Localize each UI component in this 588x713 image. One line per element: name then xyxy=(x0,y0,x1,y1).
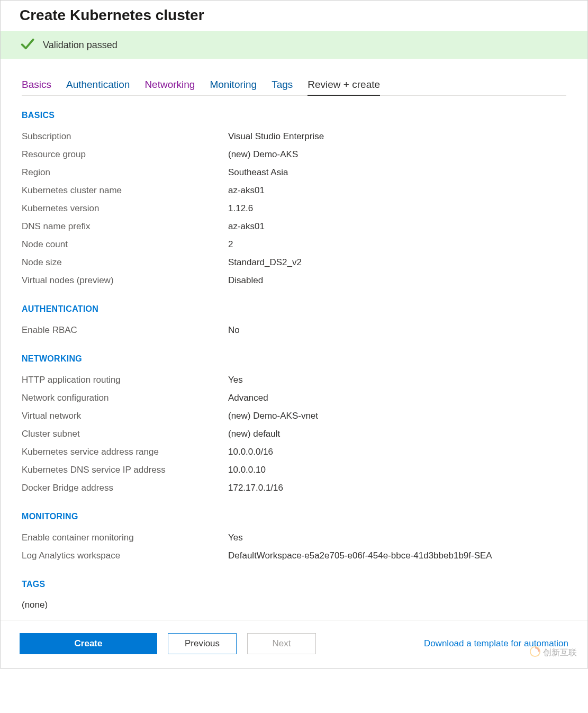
tab-monitoring[interactable]: Monitoring xyxy=(210,79,257,95)
next-button: Next xyxy=(247,633,316,654)
footer-bar: Create Previous Next Download a template… xyxy=(1,620,587,668)
kv-value: 10.0.0.0/16 xyxy=(228,447,273,457)
kv-row: Virtual nodes (preview)Disabled xyxy=(22,272,566,290)
kv-row: Log Analytics workspaceDefaultWorkspace-… xyxy=(22,547,566,565)
kv-label: Kubernetes DNS service IP address xyxy=(22,465,228,475)
section-heading-monitoring: MONITORING xyxy=(22,512,566,521)
validation-banner: Validation passed xyxy=(1,31,587,59)
kv-value: Advanced xyxy=(228,393,268,403)
kv-row: Node count2 xyxy=(22,236,566,254)
tab-review-create[interactable]: Review + create xyxy=(307,79,380,96)
kv-row: Resource group(new) Demo-AKS xyxy=(22,146,566,164)
kv-label: Virtual network xyxy=(22,411,228,421)
kv-label: Cluster subnet xyxy=(22,429,228,439)
kv-row: Kubernetes cluster nameaz-aks01 xyxy=(22,182,566,200)
kv-label: Enable container monitoring xyxy=(22,533,228,543)
section-heading-networking: NETWORKING xyxy=(22,354,566,364)
kv-label: Resource group xyxy=(22,149,228,160)
kv-label: HTTP application routing xyxy=(22,375,228,385)
page-title: Create Kubernetes cluster xyxy=(1,1,587,31)
tab-authentication[interactable]: Authentication xyxy=(66,79,130,95)
kv-row: Cluster subnet(new) default xyxy=(22,425,566,443)
kv-label: Kubernetes cluster name xyxy=(22,185,228,196)
kv-row: Kubernetes version1.12.6 xyxy=(22,200,566,218)
kv-row: Kubernetes DNS service IP address10.0.0.… xyxy=(22,461,566,479)
kv-value: (new) Demo-AKS xyxy=(228,149,298,160)
section-heading-tags: TAGS xyxy=(22,580,566,589)
kv-row: Network configurationAdvanced xyxy=(22,389,566,407)
kv-value: 10.0.0.10 xyxy=(228,465,266,475)
kv-value: Visual Studio Enterprise xyxy=(228,131,324,142)
kv-value: Yes xyxy=(228,533,243,543)
kv-value: 172.17.0.1/16 xyxy=(228,483,283,493)
kv-value: Disabled xyxy=(228,275,263,286)
kv-value: DefaultWorkspace-e5a2e705-e06f-454e-bbce… xyxy=(228,550,492,561)
kv-label: Node count xyxy=(22,239,228,250)
kv-row: SubscriptionVisual Studio Enterprise xyxy=(22,128,566,146)
download-template-link[interactable]: Download a template for automation xyxy=(424,638,568,649)
kv-label: Kubernetes service address range xyxy=(22,447,228,457)
kv-value: az-aks01 xyxy=(228,185,265,196)
kv-label: Region xyxy=(22,167,228,178)
kv-label: Virtual nodes (preview) xyxy=(22,275,228,286)
kv-value: Southeast Asia xyxy=(228,167,288,178)
create-button[interactable]: Create xyxy=(20,633,157,654)
kv-value: (new) default xyxy=(228,429,280,439)
tab-strip: Basics Authentication Networking Monitor… xyxy=(22,79,566,96)
kv-row: Kubernetes service address range10.0.0.0… xyxy=(22,443,566,461)
kv-row: Virtual network(new) Demo-AKS-vnet xyxy=(22,407,566,425)
kv-row: RegionSoutheast Asia xyxy=(22,164,566,182)
kv-row: HTTP application routingYes xyxy=(22,371,566,389)
kv-label: Log Analytics workspace xyxy=(22,550,228,561)
section-heading-basics: BASICS xyxy=(22,111,566,120)
previous-button[interactable]: Previous xyxy=(168,633,237,654)
kv-value: az-aks01 xyxy=(228,221,265,232)
kv-label: Network configuration xyxy=(22,393,228,403)
kv-row: DNS name prefixaz-aks01 xyxy=(22,218,566,236)
kv-value: (new) Demo-AKS-vnet xyxy=(228,411,318,421)
tab-networking[interactable]: Networking xyxy=(144,79,195,95)
kv-row: Node sizeStandard_DS2_v2 xyxy=(22,254,566,272)
tags-none: (none) xyxy=(22,597,566,610)
kv-value: 1.12.6 xyxy=(228,203,253,214)
kv-label: Enable RBAC xyxy=(22,325,228,336)
kv-value: No xyxy=(228,325,240,336)
kv-label: DNS name prefix xyxy=(22,221,228,232)
kv-row: Enable RBACNo xyxy=(22,321,566,339)
tab-basics[interactable]: Basics xyxy=(22,79,51,95)
kv-value: 2 xyxy=(228,239,233,250)
kv-label: Docker Bridge address xyxy=(22,483,228,493)
validation-message: Validation passed xyxy=(43,40,117,51)
tab-tags[interactable]: Tags xyxy=(272,79,293,95)
kv-value: Yes xyxy=(228,375,243,385)
kv-row: Enable container monitoringYes xyxy=(22,529,566,547)
kv-label: Node size xyxy=(22,257,228,268)
kv-label: Subscription xyxy=(22,131,228,142)
check-icon xyxy=(20,37,34,53)
kv-row: Docker Bridge address172.17.0.1/16 xyxy=(22,479,566,497)
content-area: Basics Authentication Networking Monitor… xyxy=(1,79,587,620)
kv-value: Standard_DS2_v2 xyxy=(228,257,302,268)
kv-label: Kubernetes version xyxy=(22,203,228,214)
section-heading-authentication: AUTHENTICATION xyxy=(22,304,566,314)
create-cluster-page: Create Kubernetes cluster Validation pas… xyxy=(0,0,588,669)
